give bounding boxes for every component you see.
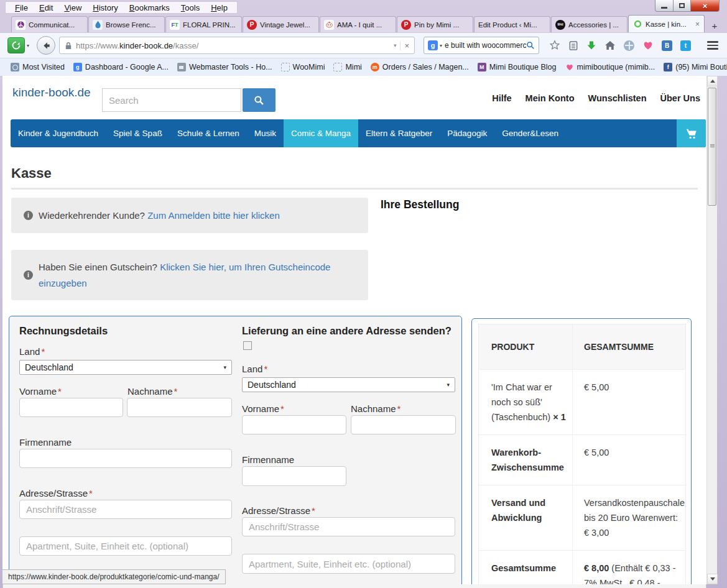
- shipping-address-input[interactable]: [242, 517, 455, 536]
- close-button[interactable]: ×: [691, 0, 720, 12]
- tab-floral-print[interactable]: FT FLORAL PRIN...: [165, 16, 242, 32]
- link-wunschlisten[interactable]: Wunschlisten: [588, 93, 647, 103]
- shipping-heading: Lieferung an eine andere Adresse senden?: [242, 325, 463, 337]
- tab-ama[interactable]: AMA - I quit ...: [320, 16, 396, 32]
- shipping-address2-input[interactable]: [242, 554, 455, 574]
- navigation-toolbar: ▾ https://www.kinder-book.de/kasse/ ▾ × …: [0, 32, 727, 58]
- bookmark-woomimi[interactable]: WooMimi: [277, 63, 330, 71]
- shipping-value: Versandkostenpauschale bis 20 Euro Waren…: [572, 485, 690, 550]
- circle-extension-icon[interactable]: [624, 40, 634, 51]
- title-divider: [11, 188, 698, 190]
- tab-edit-product[interactable]: Edit Product ‹ Mi...: [474, 16, 550, 32]
- nav-comic-manga[interactable]: Comic & Manga: [284, 119, 358, 147]
- bookmark-webmaster-tools[interactable]: Webmaster Tools - Ho...: [173, 63, 277, 71]
- ship-to-different-checkbox[interactable]: [243, 341, 252, 350]
- link-mein-konto[interactable]: Mein Konto: [526, 93, 575, 103]
- billing-address-input[interactable]: [19, 500, 232, 519]
- heart-extension-icon[interactable]: [642, 40, 654, 50]
- login-link[interactable]: Zum Anmelden bitte hier klicken: [147, 210, 280, 221]
- engine-caret-icon[interactable]: ▾: [440, 43, 442, 48]
- billing-firstname-input[interactable]: [19, 398, 123, 417]
- blog-icon: M: [478, 63, 486, 71]
- site-search-input[interactable]: [103, 89, 241, 111]
- search-go-icon[interactable]: [526, 41, 535, 50]
- nav-schule-lernen[interactable]: Schule & Lernen: [170, 119, 247, 147]
- url-bar[interactable]: https://www.kinder-book.de/kasse/ ▾ ×: [59, 37, 415, 54]
- url-stop-icon[interactable]: ×: [400, 41, 409, 50]
- billing-lastname-input[interactable]: [127, 398, 232, 417]
- tab-accessories[interactable]: BHd Accessories | ...: [551, 16, 627, 32]
- menu-help[interactable]: Help: [205, 2, 233, 14]
- bookmark-google-dashboard[interactable]: gDashboard - Google A...: [69, 63, 173, 71]
- site-search-field[interactable]: [102, 88, 241, 112]
- billing-country-select[interactable]: Deutschland ▾: [19, 360, 232, 375]
- menu-bookmarks[interactable]: Bookmarks: [124, 2, 175, 14]
- nav-kinder-jugendbuch[interactable]: Kinder & Jugendbuch: [11, 119, 106, 147]
- refresh-extension-icon[interactable]: [7, 37, 25, 53]
- menu-history[interactable]: History: [87, 2, 123, 14]
- site-search-button[interactable]: [243, 88, 276, 112]
- home-icon[interactable]: [604, 40, 616, 50]
- new-tab-button[interactable]: +: [706, 19, 723, 32]
- bookmark-mimi[interactable]: Mimi: [329, 63, 366, 71]
- peace-icon: [16, 20, 25, 30]
- cart-button[interactable]: [677, 119, 706, 147]
- tab-kasse-active[interactable]: Kasse | kin... ×: [628, 15, 705, 32]
- nav-musik[interactable]: Musik: [247, 119, 284, 147]
- scrollbar-thumb[interactable]: [708, 88, 716, 206]
- bookmark-blog[interactable]: MMimi Boutique Blog: [473, 63, 561, 71]
- nav-eltern-ratgeber[interactable]: Eltern & Ratgeber: [358, 119, 440, 147]
- vertical-scrollbar[interactable]: [706, 76, 717, 584]
- shipping-firstname-label: Vorname*: [242, 403, 284, 414]
- downloads-icon[interactable]: [586, 40, 596, 50]
- shipping-country-select[interactable]: Deutschland ▾: [242, 377, 455, 392]
- b-extension-icon[interactable]: B: [662, 40, 672, 51]
- web-search-input[interactable]: [445, 41, 526, 50]
- maximize-button[interactable]: [674, 0, 691, 12]
- tab-communicate[interactable]: Communicat...: [11, 16, 88, 32]
- menu-file[interactable]: File: [9, 2, 34, 14]
- shipping-address-label: Adresse/Strasse*: [242, 505, 315, 516]
- scroll-down-button[interactable]: [707, 574, 718, 584]
- scroll-up-button[interactable]: [707, 76, 718, 86]
- tab-vintage-jewelry[interactable]: P Vintage Jewel...: [243, 16, 319, 32]
- droplet-icon: [93, 20, 103, 30]
- billing-address2-input[interactable]: [19, 536, 232, 556]
- billing-company-input[interactable]: [19, 449, 232, 468]
- nav-paedagogik[interactable]: Pädagogik: [440, 119, 494, 147]
- menu-view[interactable]: View: [58, 2, 87, 14]
- col-product: PRODUKT: [479, 324, 572, 369]
- link-ueber-uns[interactable]: Über Uns: [660, 93, 700, 103]
- menu-icon[interactable]: [707, 41, 718, 50]
- minimize-button[interactable]: [655, 0, 674, 12]
- bookmark-mimiboutique[interactable]: mimiboutique (mimib...: [561, 63, 660, 71]
- extension-caret-icon[interactable]: ▾: [27, 43, 29, 48]
- google-engine-icon[interactable]: g: [428, 40, 438, 50]
- nav-spiel-spass[interactable]: Spiel & Spaß: [106, 119, 170, 147]
- tab-label: Accessories | ...: [568, 21, 623, 29]
- subtotal-row: Warenkorb-Zwischensumme € 5,00: [479, 434, 685, 485]
- bookmark-most-visited[interactable]: Most Visited: [6, 63, 69, 71]
- site-logo[interactable]: kinder-book.de: [12, 86, 91, 99]
- shipping-lastname-input[interactable]: [351, 415, 456, 434]
- bookmark-facebook[interactable]: f(95) Mimi Boutique: [659, 63, 727, 71]
- tab-close-icon[interactable]: ×: [695, 20, 700, 29]
- twitter-extension-icon[interactable]: t: [680, 40, 691, 51]
- menu-tools[interactable]: Tools: [175, 2, 205, 14]
- search-bar[interactable]: g ▾: [424, 37, 539, 54]
- tab-browse-french[interactable]: Browse Frenc...: [88, 16, 165, 32]
- nav-gender-lesen[interactable]: Gender&Lesen: [494, 119, 566, 147]
- bookmark-star-icon[interactable]: [549, 40, 560, 51]
- toolbar-actions: B t: [549, 40, 691, 51]
- menu-edit[interactable]: Edit: [34, 2, 58, 14]
- tab-pin-by-mimi[interactable]: P Pin by Mimi ...: [397, 16, 473, 32]
- link-hilfe[interactable]: Hilfe: [492, 93, 511, 103]
- shipping-company-input[interactable]: [242, 466, 346, 486]
- magento-icon: m: [371, 63, 379, 71]
- url-dropdown-icon[interactable]: ▾: [390, 42, 401, 48]
- bookmark-magento-orders[interactable]: mOrders / Sales / Magen...: [366, 63, 473, 71]
- tab-strip: Communicat... Browse Frenc... FT FLORAL …: [0, 15, 727, 32]
- shipping-firstname-input[interactable]: [242, 415, 346, 434]
- bookmarks-menu-icon[interactable]: [568, 40, 578, 51]
- back-button[interactable]: [37, 36, 55, 55]
